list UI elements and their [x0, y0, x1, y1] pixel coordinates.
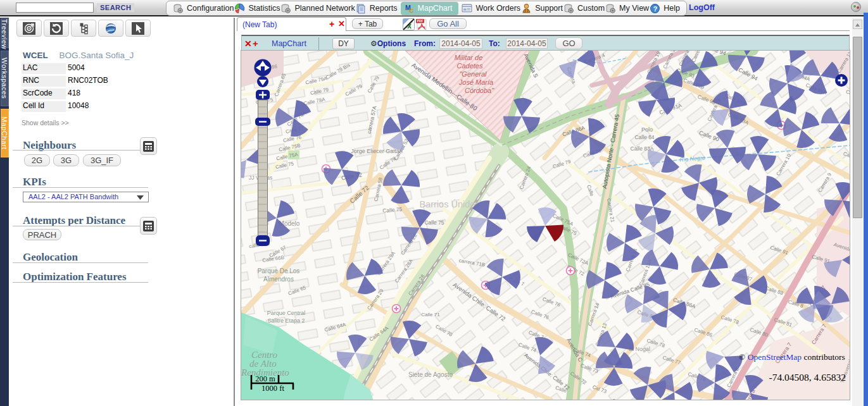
- svg-text:Calle 75: Calle 75: [424, 219, 444, 226]
- svg-text:José María: José María: [458, 78, 493, 86]
- svg-text:Salitre Etapa 2: Salitre Etapa 2: [267, 317, 305, 324]
- svg-text:1000 ft: 1000 ft: [261, 384, 284, 393]
- svg-text:PDF: PDF: [417, 19, 424, 23]
- svg-text:C: C: [409, 6, 413, 13]
- svg-text:"General: "General: [459, 70, 487, 78]
- svg-text:Jorge Eliecer Gaitan: Jorge Eliecer Gaitan: [351, 148, 403, 154]
- svg-text:Córdoba": Córdoba": [465, 87, 494, 94]
- svg-text:Cadetes: Cadetes: [457, 62, 483, 70]
- svg-text:?: ?: [653, 4, 657, 12]
- svg-text:Parque Central: Parque Central: [267, 310, 306, 316]
- svg-text:© OpenStreetMap contributors: © OpenStreetMap contributors: [739, 352, 845, 362]
- svg-text:Calle 84: Calle 84: [634, 134, 654, 140]
- svg-text:Calle 71: Calle 71: [421, 312, 440, 317]
- svg-text:Militar de: Militar de: [455, 54, 483, 61]
- svg-text:Polo: Polo: [641, 126, 653, 133]
- svg-text:Parque De Los: Parque De Los: [258, 268, 300, 274]
- svg-text:Siete de Agosto: Siete de Agosto: [408, 371, 453, 378]
- svg-text:-74.04508, 4.65832: -74.04508, 4.65832: [769, 372, 846, 383]
- svg-text:200 m: 200 m: [255, 374, 275, 383]
- svg-text:Barrios Únidos: Barrios Únidos: [419, 199, 479, 209]
- svg-text:Almendros: Almendros: [263, 276, 294, 283]
